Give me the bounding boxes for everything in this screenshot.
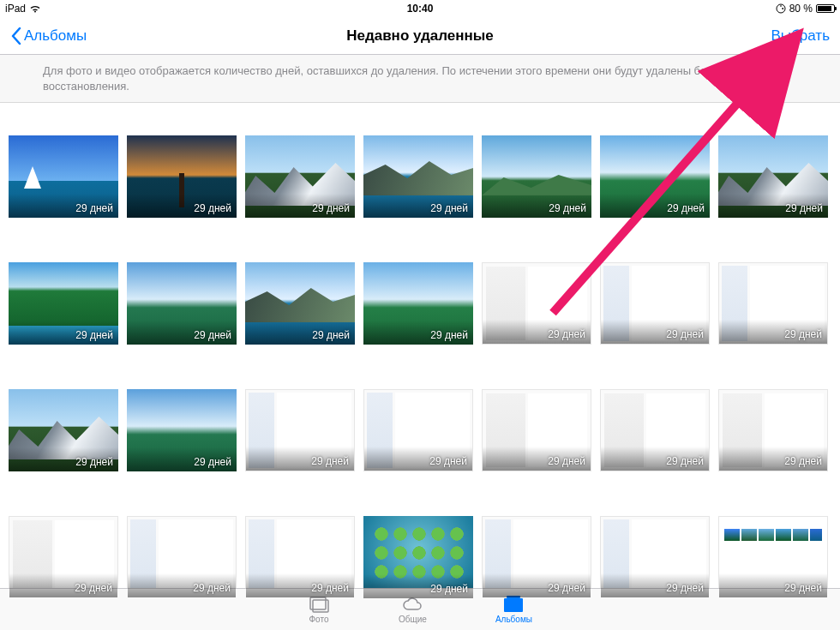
photo-thumbnail[interactable]: 29 дней [718,516,828,598]
days-remaining-label: 29 дней [75,456,113,468]
photo-thumbnail[interactable]: 29 дней [363,135,473,218]
tab-albums[interactable]: Альбомы [495,595,532,624]
days-remaining-label: 29 дней [548,455,585,467]
photo-thumbnail[interactable]: 29 дней [127,516,237,598]
days-remaining-label: 29 дней [430,583,468,595]
days-remaining-label: 29 дней [548,582,585,594]
days-remaining-label: 29 дней [548,328,585,340]
photo-thumbnail[interactable]: 29 дней [482,262,591,345]
days-remaining-label: 29 дней [194,456,231,468]
days-remaining-label: 29 дней [549,202,586,214]
photo-thumbnail[interactable]: 29 дней [9,135,118,218]
photo-thumbnail[interactable]: 29 дней [600,516,710,598]
photo-thumbnail[interactable]: 29 дней [363,262,473,345]
days-remaining-label: 29 дней [784,582,822,594]
days-remaining-label: 29 дней [194,329,231,341]
battery-pct: 80 % [789,3,813,15]
photo-thumbnail[interactable]: 29 дней [718,389,828,471]
clock: 10:40 [407,3,434,15]
days-remaining-label: 29 дней [785,202,823,214]
photo-thumbnail[interactable]: 29 дней [127,389,237,471]
photo-thumbnail[interactable]: 29 дней [718,262,828,345]
photo-thumbnail[interactable]: 29 дней [718,135,828,218]
back-button[interactable]: Альбомы [10,27,87,45]
photo-thumbnail[interactable]: 29 дней [482,516,591,598]
days-remaining-label: 29 дней [312,202,350,214]
photo-thumbnail[interactable]: 29 дней [482,135,591,218]
page-title: Недавно удаленные [346,27,494,45]
photo-thumbnail[interactable]: 29 дней [9,516,118,598]
info-banner: Для фото и видео отображается количество… [0,55,840,103]
status-bar: iPad 10:40 80 % [0,0,840,17]
photo-thumbnail[interactable]: 29 дней [600,262,710,345]
photo-thumbnail[interactable]: 29 дней [9,389,118,471]
tab-albums-label: Альбомы [495,615,532,624]
tab-shared-label: Общие [399,615,427,624]
days-remaining-label: 29 дней [666,582,704,594]
tab-photos-label: Фото [309,615,329,624]
days-remaining-label: 29 дней [430,202,468,214]
days-remaining-label: 29 дней [429,455,467,467]
wifi-icon [29,4,41,13]
photo-thumbnail[interactable]: 29 дней [600,389,710,471]
photo-thumbnail[interactable]: 29 дней [9,262,118,345]
days-remaining-label: 29 дней [666,455,704,467]
days-remaining-label: 29 дней [194,202,231,214]
days-remaining-label: 29 дней [784,328,822,340]
battery-icon [816,4,835,13]
select-button[interactable]: Выбрать [771,27,830,45]
chevron-left-icon [10,27,22,45]
photo-grid: 29 дней29 дней29 дней29 дней29 дней29 дн… [9,135,831,598]
photo-thumbnail[interactable]: 29 дней [127,262,237,345]
photo-grid-container: 29 дней29 дней29 дней29 дней29 дней29 дн… [0,103,840,607]
orientation-lock-icon [776,3,786,14]
photo-thumbnail[interactable]: 29 дней [363,516,473,598]
days-remaining-label: 29 дней [311,455,349,467]
days-remaining-label: 29 дней [193,582,231,594]
device-label: iPad [5,3,26,15]
days-remaining-label: 29 дней [311,582,349,594]
days-remaining-label: 29 дней [75,202,113,214]
tab-photos[interactable]: Фото [308,595,330,624]
days-remaining-label: 29 дней [75,582,112,594]
days-remaining-label: 29 дней [667,202,705,214]
albums-icon [502,595,525,614]
back-label: Альбомы [24,27,87,45]
days-remaining-label: 29 дней [312,329,350,341]
photo-thumbnail[interactable]: 29 дней [245,262,355,345]
photo-thumbnail[interactable]: 29 дней [245,389,355,471]
photo-thumbnail[interactable]: 29 дней [127,135,237,218]
photo-thumbnail[interactable]: 29 дней [600,135,710,218]
svg-rect-3 [504,598,523,612]
days-remaining-label: 29 дней [784,455,822,467]
nav-bar: Альбомы Недавно удаленные Выбрать [0,17,840,55]
photo-thumbnail[interactable]: 29 дней [245,135,355,218]
photo-thumbnail[interactable]: 29 дней [482,389,591,471]
photo-thumbnail[interactable]: 29 дней [245,516,355,598]
days-remaining-label: 29 дней [666,328,704,340]
photos-icon [308,595,330,614]
photo-thumbnail[interactable]: 29 дней [363,389,473,471]
tab-shared[interactable]: Общие [399,595,427,624]
days-remaining-label: 29 дней [75,329,113,341]
days-remaining-label: 29 дней [430,329,468,341]
